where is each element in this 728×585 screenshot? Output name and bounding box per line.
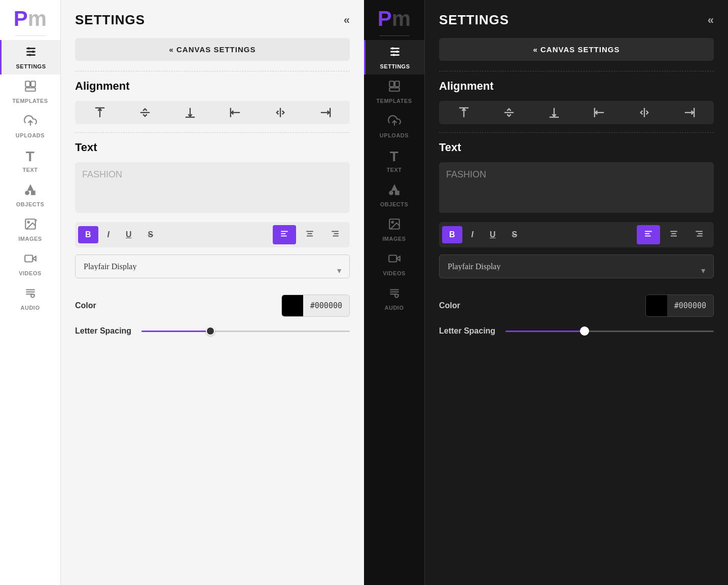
templates-icon-right <box>388 80 401 96</box>
sidebar-item-uploads-right[interactable]: UPLOADS <box>364 109 424 143</box>
svg-rect-50 <box>389 88 399 91</box>
sidebar-item-settings-right[interactable]: SETTINGS <box>364 40 424 75</box>
align-right-btn-left[interactable] <box>316 105 335 120</box>
left-slider-wrapper <box>141 326 350 336</box>
images-icon-right <box>388 217 401 234</box>
templates-label-right: TEMPLATES <box>376 98 412 104</box>
align-left-text-btn-left[interactable] <box>273 225 296 244</box>
right-color-label: Color <box>439 301 460 310</box>
left-collapse-btn[interactable]: « <box>344 14 350 27</box>
svg-point-3 <box>28 47 30 49</box>
right-color-hex: #000000 <box>667 301 713 310</box>
video-icon-left <box>24 252 37 268</box>
align-left-text-btn-right[interactable] <box>637 225 660 244</box>
svg-text:+: + <box>34 218 37 223</box>
left-color-swatch-wrapper[interactable]: #000000 <box>281 295 350 317</box>
italic-btn-left[interactable]: I <box>100 226 117 243</box>
sidebar-item-settings-left[interactable]: SETTINGS <box>0 40 60 75</box>
left-canvas-settings-btn[interactable]: « CANVAS SETTINGS <box>75 38 350 61</box>
sidebar-item-templates-left[interactable]: TEMPLATES <box>0 75 60 109</box>
right-color-swatch <box>646 295 667 316</box>
align-hcenter-btn-left[interactable] <box>271 105 290 120</box>
align-right-text-btn-right[interactable] <box>687 225 711 244</box>
bold-btn-left[interactable]: B <box>78 226 98 243</box>
left-color-hex: #000000 <box>303 301 349 310</box>
svg-point-45 <box>392 47 394 49</box>
sidebar-item-images-right[interactable]: IMAGES <box>364 212 424 247</box>
logo-right: Pm <box>378 8 411 29</box>
svg-rect-57 <box>389 255 396 262</box>
svg-rect-48 <box>389 81 394 87</box>
italic-btn-right[interactable]: I <box>464 226 481 243</box>
align-vcenter-btn-right[interactable] <box>499 105 519 120</box>
underline-btn-right[interactable]: U <box>483 226 503 243</box>
text-icon-right: T <box>390 149 399 165</box>
text-icon-left: T <box>26 149 35 165</box>
right-font-dropdown[interactable]: Playfair Display <box>439 254 714 278</box>
settings-label-left: SETTINGS <box>16 63 46 69</box>
svg-rect-53 <box>395 191 399 195</box>
align-left-btn-left[interactable] <box>226 105 245 120</box>
right-divider-1 <box>439 71 714 71</box>
align-left-btn-right[interactable] <box>590 105 609 120</box>
underline-btn-left[interactable]: U <box>119 226 139 243</box>
align-top-btn-right[interactable] <box>454 105 474 120</box>
align-bottom-btn-right[interactable] <box>544 105 564 120</box>
right-sidebar: Pm SETTINGS TEMPLATES <box>364 0 425 585</box>
sidebar-item-objects-right[interactable]: OBJECTS <box>364 178 424 212</box>
align-vcenter-btn-left[interactable] <box>135 105 155 120</box>
logo-left: Pm <box>14 8 47 29</box>
align-bottom-btn-left[interactable] <box>180 105 200 120</box>
align-hcenter-btn-right[interactable] <box>635 105 654 120</box>
right-text-input[interactable]: FASHION <box>439 162 714 213</box>
sliders-icon-right <box>388 45 402 61</box>
left-slider-thumb[interactable] <box>206 326 215 336</box>
objects-icon-left <box>24 183 37 199</box>
sidebar-item-videos-left[interactable]: VIDEOS <box>0 247 60 281</box>
right-canvas-settings-btn[interactable]: « CANVAS SETTINGS <box>439 38 714 61</box>
right-alignment-title: Alignment <box>439 80 714 93</box>
video-icon-right <box>388 252 401 268</box>
align-center-text-btn-left[interactable] <box>298 225 321 244</box>
align-right-btn-right[interactable] <box>680 105 699 120</box>
sidebar-item-templates-right[interactable]: TEMPLATES <box>364 75 424 109</box>
audio-label-left: AUDIO <box>21 305 40 311</box>
right-color-swatch-wrapper[interactable]: #000000 <box>645 295 714 317</box>
sliders-icon-left <box>24 45 38 61</box>
objects-label-left: OBJECTS <box>16 201 44 207</box>
logo-m-right: m <box>392 7 411 30</box>
logo-p-right: P <box>378 7 392 30</box>
svg-rect-8 <box>25 88 35 91</box>
strikethrough-btn-left[interactable]: S <box>141 226 161 243</box>
svg-marker-10 <box>27 184 33 191</box>
settings-label-right: SETTINGS <box>380 63 410 69</box>
sidebar-item-audio-right[interactable]: AUDIO <box>364 281 424 316</box>
right-text-title: Text <box>439 141 714 154</box>
align-top-btn-left[interactable] <box>90 105 110 120</box>
left-text-input[interactable]: FASHION <box>75 162 350 213</box>
strikethrough-btn-right[interactable]: S <box>505 226 525 243</box>
sidebar-item-uploads-left[interactable]: UPLOADS <box>0 109 60 143</box>
templates-label-left: TEMPLATES <box>12 98 48 104</box>
sidebar-item-objects-left[interactable]: OBJECTS <box>0 178 60 212</box>
align-center-text-btn-right[interactable] <box>662 225 685 244</box>
upload-icon-left <box>24 114 37 130</box>
left-alignment-title: Alignment <box>75 80 350 93</box>
left-color-label: Color <box>75 301 96 310</box>
sidebar-item-videos-right[interactable]: VIDEOS <box>364 247 424 281</box>
svg-point-4 <box>32 51 34 53</box>
sidebar-item-audio-left[interactable]: AUDIO <box>0 281 60 316</box>
right-slider-thumb[interactable] <box>580 326 589 336</box>
left-slider-track <box>141 331 350 332</box>
images-icon-left: + <box>24 217 37 234</box>
sidebar-divider-right <box>379 35 410 36</box>
right-slider-wrapper <box>505 326 714 336</box>
sidebar-item-text-left[interactable]: T TEXT <box>0 143 60 178</box>
sidebar-item-images-left[interactable]: + IMAGES <box>0 212 60 247</box>
right-collapse-btn[interactable]: « <box>708 14 714 27</box>
sidebar-item-text-right[interactable]: T TEXT <box>364 143 424 178</box>
text-label-right: TEXT <box>386 167 402 173</box>
align-right-text-btn-left[interactable] <box>323 225 347 244</box>
left-font-dropdown[interactable]: Playfair Display <box>75 254 350 278</box>
bold-btn-right[interactable]: B <box>442 226 462 243</box>
